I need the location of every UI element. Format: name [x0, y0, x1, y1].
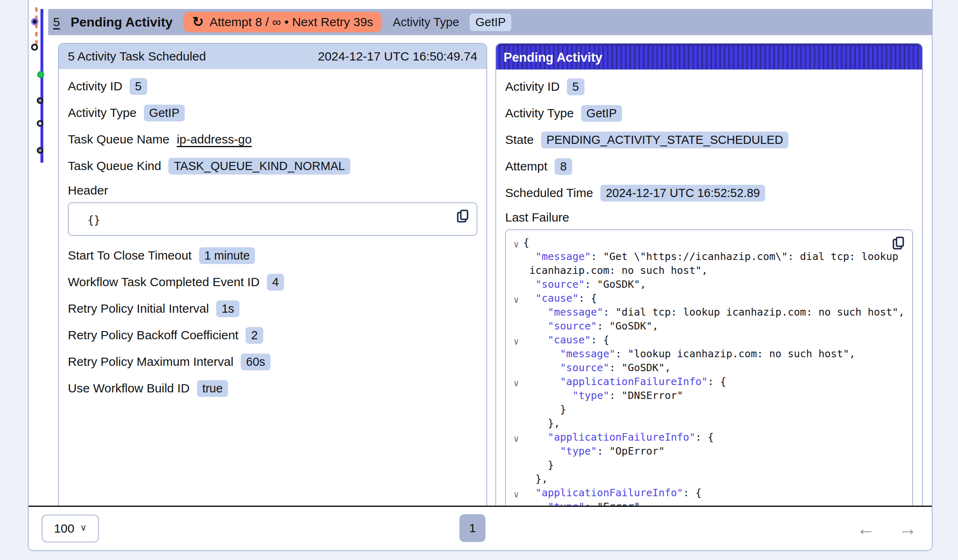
left-fields-top: Activity ID5Activity TypeGetIPTask Queue…	[68, 77, 477, 175]
current-page-button[interactable]: 1	[459, 514, 486, 542]
field-row: Activity TypeGetIP	[68, 104, 477, 122]
field-label: Start To Close Timeout	[68, 249, 192, 262]
field-row: Activity ID5	[505, 78, 913, 96]
collapse-chevron-icon[interactable]: ∨	[509, 237, 523, 251]
code-line: },	[509, 472, 908, 486]
code-gutter	[509, 349, 523, 363]
code-text: "source": "GoSDK",	[523, 319, 658, 333]
code-gutter	[509, 460, 523, 474]
event-id-link[interactable]: 5	[53, 15, 60, 29]
page-size-value: 100	[54, 522, 74, 535]
code-gutter	[509, 502, 523, 506]
timeline-retry-dashed-line	[35, 7, 38, 49]
header-payload-box: {}	[68, 202, 477, 236]
code-text: "message": "Get \"https://icanhazip.com\…	[523, 250, 898, 264]
code-text: "message": "dial tcp: lookup icanhazip.c…	[523, 305, 904, 319]
code-gutter	[509, 404, 523, 418]
field-row: Activity ID5	[68, 77, 477, 95]
code-line: }	[509, 458, 908, 472]
code-line: ∨ "applicationFailureInfo": {	[509, 486, 908, 500]
collapse-chevron-icon[interactable]: ∨	[509, 335, 523, 349]
code-line: "source": "GoSDK",	[509, 361, 908, 375]
next-page-icon[interactable]: →	[898, 519, 917, 538]
code-line: ∨{	[509, 236, 908, 250]
field-value-badge: GetIP	[581, 105, 622, 122]
field-row: Start To Close Timeout1 minute	[68, 246, 477, 264]
code-gutter	[509, 363, 523, 376]
pending-activity-row[interactable]: 5 Pending Activity ↻ Attempt 8 / ∞ • Nex…	[48, 9, 932, 35]
timeline-dot-event[interactable]	[37, 97, 43, 104]
collapse-chevron-icon[interactable]: ∨	[509, 432, 523, 446]
code-gutter	[509, 279, 523, 293]
field-row: Attempt8	[505, 157, 913, 175]
field-label: Task Queue Kind	[68, 159, 161, 173]
code-gutter	[509, 251, 523, 265]
collapse-chevron-icon[interactable]: ∨	[509, 293, 523, 307]
field-row: StatePENDING_ACTIVITY_STATE_SCHEDULED	[505, 131, 913, 149]
code-text: }	[523, 403, 566, 417]
code-line: "message": "lookup icanhazip.com: no suc…	[509, 347, 908, 361]
field-value-badge: 4	[267, 274, 284, 291]
last-failure-label: Last Failure	[505, 211, 913, 224]
header-payload-value: {}	[87, 214, 100, 226]
last-failure-json: ∨{ "message": "Get \"https://icanhazip.c…	[509, 236, 908, 506]
timeline-dot-event[interactable]	[37, 147, 43, 154]
code-text: "applicationFailureInfo": {	[523, 486, 702, 500]
code-text: "source": "GoSDK",	[523, 361, 671, 375]
event-title: Pending Activity	[71, 15, 173, 30]
copy-icon[interactable]	[455, 209, 470, 224]
page: 5 Pending Activity ↻ Attempt 8 / ∞ • Nex…	[0, 0, 958, 560]
code-line: "type": "Error"	[509, 500, 908, 506]
event-history-container: 5 Pending Activity ↻ Attempt 8 / ∞ • Nex…	[28, 0, 933, 551]
card-title: Pending Activity	[504, 50, 602, 65]
code-line: "type": "OpError"	[509, 444, 908, 458]
pending-activity-card-header: Pending Activity	[496, 44, 922, 69]
code-line: "type": "DNSError"	[509, 389, 908, 403]
activity-type-label: Activity Type	[393, 16, 459, 29]
code-text: "message": "lookup icanhazip.com: no suc…	[523, 347, 855, 361]
last-failure-json-box: ∨{ "message": "Get \"https://icanhazip.c…	[505, 229, 913, 506]
code-line: icanhazip.com: no such host",	[509, 264, 908, 278]
chevron-down-icon: ∨	[80, 522, 87, 533]
field-row: Task Queue Nameip-address-go	[68, 130, 477, 148]
code-text: "type": "Error"	[523, 500, 640, 506]
field-label: Task Queue Name	[68, 132, 169, 146]
timeline-dot-completed[interactable]	[37, 71, 44, 78]
field-row: Activity TypeGetIP	[505, 104, 913, 122]
field-label: Retry Policy Maximum Interval	[68, 355, 233, 369]
field-label: Scheduled Time	[505, 186, 593, 200]
timeline-dot-scheduled[interactable]	[31, 44, 38, 51]
code-text: "type": "OpError"	[523, 444, 665, 458]
code-gutter	[509, 418, 523, 432]
code-line: ∨ "cause": {	[509, 291, 908, 305]
field-label: Use Workflow Build ID	[68, 381, 190, 395]
previous-page-icon[interactable]: ←	[857, 519, 875, 538]
retry-status-badge: ↻ Attempt 8 / ∞ • Next Retry 39s	[183, 12, 382, 32]
field-value-badge: 5	[130, 78, 147, 95]
collapse-chevron-icon[interactable]: ∨	[509, 488, 523, 502]
code-gutter	[509, 321, 523, 335]
field-value-badge: 1 minute	[199, 247, 255, 264]
copy-icon[interactable]	[891, 236, 906, 251]
field-value-badge: TASK_QUEUE_KIND_NORMAL	[168, 158, 350, 175]
right-fields: Activity ID5Activity TypeGetIPStatePENDI…	[505, 78, 913, 202]
field-value-badge: 2024-12-17 UTC 16:52:52.89	[600, 185, 765, 202]
field-value-badge: PENDING_ACTIVITY_STATE_SCHEDULED	[541, 132, 788, 148]
task-queue-link[interactable]: ip-address-go	[177, 132, 251, 146]
field-label: Activity Type	[68, 106, 137, 120]
code-text: "applicationFailureInfo": {	[523, 430, 714, 444]
page-size-select[interactable]: 100 ∨	[42, 515, 99, 542]
code-text: "type": "DNSError"	[523, 389, 683, 403]
field-row: Retry Policy Maximum Interval60s	[68, 353, 477, 371]
timeline-dot-current-event[interactable]	[31, 18, 38, 25]
field-value-badge: GetIP	[144, 105, 185, 121]
code-text: "source": "GoSDK",	[523, 278, 646, 291]
field-row: Scheduled Time2024-12-17 UTC 16:52:52.89	[505, 184, 913, 202]
code-text: icanhazip.com: no such host",	[523, 264, 708, 278]
collapse-chevron-icon[interactable]: ∨	[509, 376, 523, 390]
activity-task-scheduled-card: 5 Activity Task Scheduled 2024-12-17 UTC…	[58, 43, 487, 506]
timeline-dot-event[interactable]	[37, 120, 43, 127]
field-label: State	[505, 133, 534, 147]
card-title: 5 Activity Task Scheduled	[68, 49, 206, 63]
code-text: },	[523, 472, 548, 486]
